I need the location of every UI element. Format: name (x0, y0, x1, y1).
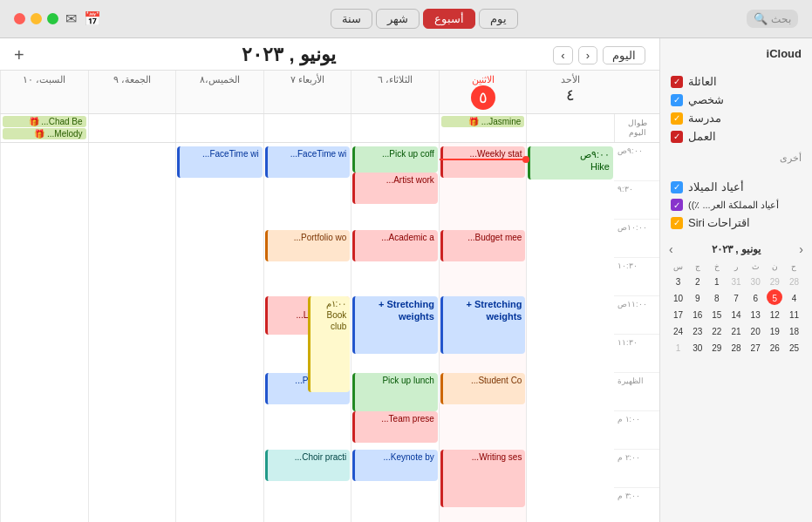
calendar-checkbox-personal[interactable]: ✓ (671, 94, 683, 106)
calendar-navigation: اليوم ‹ › (553, 46, 645, 64)
event-budget-meeting[interactable]: Budget mee... (440, 230, 526, 261)
minimize-button[interactable] (31, 13, 42, 24)
mini-day-24[interactable]: 24 (671, 322, 686, 338)
calendar-checkbox-national[interactable]: ✓ (671, 199, 683, 211)
event-portfolio-work[interactable]: Portfolio wo... (265, 230, 351, 261)
mini-cal-next[interactable]: › (669, 242, 673, 256)
calendar-title: يونيو , ۲۰۲۳ (242, 44, 335, 66)
event-weekly-stat[interactable]: Weekly stat... (440, 146, 526, 178)
event-facetime-thu[interactable]: FaceTime wi... (177, 146, 263, 178)
event-stretching-tuesday[interactable]: Stretching +weights (352, 296, 438, 354)
time-grid: ٩:٠٠ص ٩:٣٠ ١٠:٠٠ص ١٠:٣٠ ١١:٠٠ص ١١:٣٠ الظ… (0, 143, 659, 522)
add-event-button[interactable]: + (14, 45, 24, 65)
maximize-button[interactable] (47, 13, 58, 24)
view-month[interactable]: شهر (376, 9, 420, 29)
calendar-icon[interactable]: 📅 (84, 10, 101, 27)
mini-day-6[interactable]: 6 (747, 289, 763, 305)
allday-event-melody[interactable]: Melody... 🎁 (3, 128, 86, 139)
mini-day-11[interactable]: 11 (786, 306, 802, 322)
calendar-checkbox-siri[interactable]: ✓ (671, 217, 683, 229)
mini-day-27[interactable]: 27 (747, 339, 763, 355)
event-facetime-wed[interactable]: FaceTime wi... (265, 146, 351, 178)
calendar-checkbox-school[interactable]: ✓ (671, 112, 683, 125)
calendar-item-school[interactable]: مدرسة ✓ (671, 109, 802, 127)
event-choir-practice[interactable]: Choir practi... (265, 450, 351, 481)
calendar-item-birthdays[interactable]: أعياد الميلاد ✓ (671, 178, 802, 196)
event-hike[interactable]: ٩:٠٠صHike (528, 146, 613, 180)
calendar-item-national[interactable]: أعياد المملكة العر... ٪)) ✓ (671, 196, 802, 214)
mini-day-17[interactable]: 17 (671, 306, 686, 322)
calendar-checkbox-family[interactable]: ✓ (671, 76, 683, 88)
event-academic[interactable]: Academic a... (352, 230, 438, 261)
event-keynote[interactable]: Keynote by... (352, 450, 438, 481)
event-book-club[interactable]: ١:٠٠مBook club (308, 296, 351, 392)
mini-day-10[interactable]: 10 (671, 289, 686, 305)
mini-day-13[interactable]: 13 (747, 306, 763, 322)
other-calendars-title: أخرى (660, 149, 812, 167)
mini-day-1-jul[interactable]: 1 (671, 339, 686, 355)
mail-icon[interactable]: ✉ (65, 10, 77, 27)
allday-event-chad[interactable]: Chad Be... 🎁 (3, 116, 86, 127)
mini-day-2[interactable]: 2 (690, 273, 706, 288)
calendar-item-personal[interactable]: شخصي ✓ (671, 91, 802, 109)
mini-day-12[interactable]: 12 (767, 306, 782, 322)
view-week[interactable]: أسبوع (423, 9, 475, 29)
event-student-council[interactable]: Student Co... (440, 373, 526, 404)
mini-day-18[interactable]: 18 (786, 322, 802, 338)
mini-day-31-may[interactable]: 31 (728, 273, 744, 288)
day-header-friday: الجمعة، ٩ (88, 71, 176, 113)
close-button[interactable] (14, 13, 25, 24)
mini-day-7[interactable]: 7 (728, 289, 744, 305)
col-thursday: FaceTime wi... (175, 143, 263, 522)
mini-day-28-may[interactable]: 28 (786, 273, 802, 288)
sidebar: iCloud العائلة ✓ شخصي ✓ مدرسة ✓ العمل ✓ (659, 38, 812, 522)
mini-day-29-may[interactable]: 29 (767, 273, 782, 288)
allday-event-jasmine[interactable]: Jasmine... 🎁 (441, 116, 525, 127)
mini-day-25[interactable]: 25 (786, 339, 802, 355)
time-label-11am: ١١:٠٠ص (614, 296, 659, 335)
calendar-item-family[interactable]: العائلة ✓ (671, 72, 802, 91)
traffic-lights (14, 13, 58, 24)
next-week-button[interactable]: › (553, 46, 572, 64)
event-artist-work[interactable]: Artist work... (352, 173, 438, 204)
calendar-item-siri[interactable]: اقتراحات Siri ✓ (671, 214, 802, 232)
mini-day-30[interactable]: 30 (690, 339, 706, 355)
prev-week-button[interactable]: ‹ (578, 46, 597, 64)
calendar-checkbox-birthdays[interactable]: ✓ (671, 181, 683, 193)
mini-day-26[interactable]: 26 (767, 339, 782, 355)
event-stretching-monday[interactable]: Stretching +weights (440, 296, 526, 354)
event-writing-session[interactable]: Writing ses... (440, 450, 526, 507)
today-button[interactable]: اليوم (603, 46, 645, 64)
calendar-label-personal: شخصي (688, 93, 724, 106)
mini-day-30-may[interactable]: 30 (747, 273, 763, 288)
mini-day-23[interactable]: 23 (690, 322, 706, 338)
calendar-checkbox-work[interactable]: ✓ (671, 131, 683, 143)
mini-day-29[interactable]: 29 (709, 339, 725, 355)
mini-day-20[interactable]: 20 (747, 322, 763, 338)
view-day[interactable]: يوم (479, 9, 518, 29)
calendars-section: العائلة ✓ شخصي ✓ مدرسة ✓ العمل ✓ (660, 65, 812, 149)
mini-cal-prev[interactable]: ‹ (799, 242, 803, 256)
mini-day-9[interactable]: 9 (690, 289, 706, 305)
mini-day-8[interactable]: 8 (709, 289, 725, 305)
mini-day-14[interactable]: 14 (728, 306, 744, 322)
day-header-tuesday: الثلاثاء، ٦ (351, 71, 439, 113)
search-box[interactable]: 🔍 بحث (747, 10, 798, 28)
view-year[interactable]: سنة (331, 9, 372, 29)
mini-day-16[interactable]: 16 (690, 306, 706, 322)
calendar-item-work[interactable]: العمل ✓ (671, 127, 802, 146)
mini-day-22[interactable]: 22 (709, 322, 725, 338)
event-pick-up-coffee[interactable]: Pick up coff... (352, 146, 438, 173)
event-pick-up-lunch[interactable]: Pick up lunch (352, 373, 438, 411)
mini-day-28[interactable]: 28 (728, 339, 744, 355)
mini-day-3[interactable]: 3 (671, 273, 686, 288)
time-label-1pm: ١:٠٠ م (614, 411, 659, 450)
mini-day-21[interactable]: 21 (728, 322, 744, 338)
mini-day-1[interactable]: 1 (709, 273, 725, 288)
event-team-presentation[interactable]: Team prese... (352, 411, 438, 443)
mini-day-15[interactable]: 15 (709, 306, 725, 322)
mini-day-4[interactable]: 4 (786, 289, 802, 305)
mini-day-5-today[interactable]: 5 (767, 289, 782, 305)
day-header-wednesday: الأربعاء ٧ (263, 71, 351, 113)
mini-day-19[interactable]: 19 (767, 322, 782, 338)
